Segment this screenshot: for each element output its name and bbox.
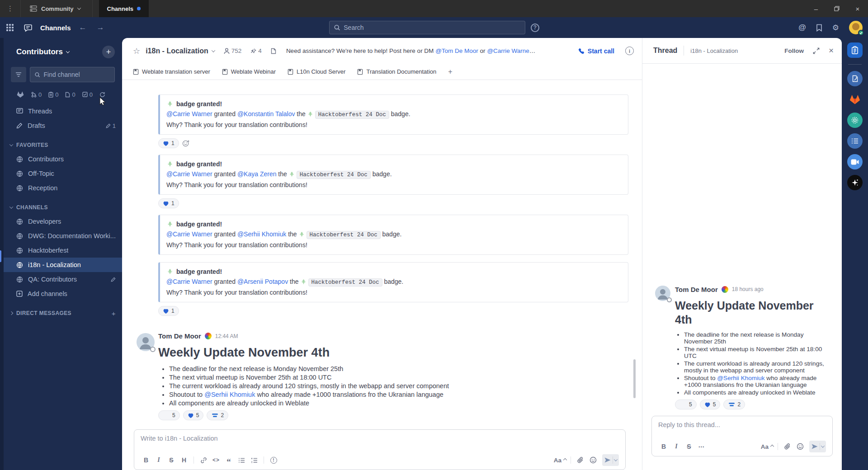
mention-tom-de-moor[interactable]: @Tom De Moor <box>435 47 478 54</box>
thread-channel-name[interactable]: i18n - Localization <box>690 47 738 54</box>
attach-file-icon[interactable] <box>782 441 793 452</box>
filter-button[interactable] <box>11 67 26 82</box>
sidebar-item-hacktoberfest[interactable]: Hacktoberfest <box>4 243 122 258</box>
mention-carrie-warner[interactable]: @Carrie Warner <box>166 170 212 178</box>
priority-button[interactable]: ! <box>268 455 279 465</box>
agenda-list-icon[interactable] <box>847 133 863 149</box>
code-button[interactable]: <> <box>211 455 222 465</box>
heading-button[interactable]: H <box>179 455 189 465</box>
boards-clipboard-icon[interactable] <box>847 42 863 58</box>
channel-info-icon[interactable]: i <box>625 47 634 55</box>
mention-recipient[interactable]: @Serhii Khomiuk <box>237 230 286 238</box>
bookmark-weblate-webinar[interactable]: Weblate Webinar <box>222 68 276 75</box>
mention-carrie-warner[interactable]: @Carrie Warner <box>166 110 212 118</box>
reaction-blue-heart[interactable]: 1 <box>158 198 179 208</box>
formatting-toggle[interactable]: Aa <box>554 457 566 464</box>
history-back-button[interactable]: ← <box>77 23 89 32</box>
quote-button[interactable]: “ <box>223 455 234 465</box>
todos-count[interactable]: 0 <box>48 91 58 98</box>
sidebar-item-add-channels[interactable]: Add channels <box>4 287 122 301</box>
channels-section-header[interactable]: CHANNELS <box>4 201 122 214</box>
add-dm-button[interactable]: + <box>112 310 116 317</box>
history-forward-button[interactable]: → <box>95 23 106 32</box>
find-channel-box[interactable] <box>30 67 115 82</box>
bookmark-weblate-server[interactable]: Weblate translation server <box>133 68 210 75</box>
issues-count[interactable]: 0 <box>65 91 75 98</box>
team-menu[interactable]: Contributors <box>16 47 69 56</box>
bookmark-l10n-cloud-server[interactable]: L10n Cloud Server <box>288 68 345 75</box>
mention-recipient[interactable]: @Kaya Zeren <box>237 170 277 178</box>
strikethrough-button[interactable]: S <box>166 455 177 465</box>
channel-purpose[interactable]: Need assistance? We're here to help! Pos… <box>286 47 537 54</box>
add-channel-button[interactable]: + <box>102 46 115 58</box>
expand-icon[interactable] <box>813 47 820 54</box>
app-menu-button[interactable]: ⋮ <box>0 0 21 17</box>
merge-requests-count[interactable]: 0 <box>31 91 42 98</box>
bold-button[interactable]: B <box>141 455 151 465</box>
emoji-picker-icon[interactable] <box>795 441 806 452</box>
server-selector[interactable]: Community <box>21 0 93 17</box>
mention-serhii-khomiuk[interactable]: @Serhii Khomiuk <box>204 391 255 398</box>
mentions-icon[interactable]: @ <box>798 23 806 32</box>
italic-button[interactable]: I <box>153 455 164 465</box>
weblate-badge-icon[interactable] <box>847 113 863 128</box>
sidebar-item-dwg-documentation[interactable]: DWG: Documentation Worki... <box>4 229 122 243</box>
send-options-chevron[interactable] <box>614 457 618 461</box>
reaction-blue-heart[interactable]: 1 <box>158 306 179 316</box>
sidebar-item-off-topic[interactable]: Off-Topic <box>4 166 122 181</box>
gitlab-icon[interactable] <box>16 91 24 98</box>
settings-gear-icon[interactable]: ⚙ <box>832 23 839 33</box>
pinned-count[interactable]: 4 <box>250 47 262 54</box>
gitlab-icon[interactable] <box>847 92 863 107</box>
sidebar-item-contributors[interactable]: Contributors <box>4 152 122 166</box>
minimize-button[interactable]: – <box>806 0 826 17</box>
sidebar-item-drafts[interactable]: Drafts 1 <box>4 118 122 133</box>
send-icon[interactable] <box>811 443 818 450</box>
scrollbar[interactable] <box>633 359 636 398</box>
members-count[interactable]: 752 <box>224 47 242 54</box>
follow-button[interactable]: Follow <box>784 47 804 54</box>
mention-carrie-warner[interactable]: @Carrie Warner <box>166 230 212 238</box>
link-button[interactable] <box>198 455 209 465</box>
tab-channels[interactable]: Channels <box>99 0 149 17</box>
bulleted-list-button[interactable] <box>236 455 247 465</box>
close-icon[interactable]: × <box>829 46 834 56</box>
sidebar-item-developers[interactable]: Developers <box>4 214 122 229</box>
mention-recipient[interactable]: @Konstantin Talalov <box>237 110 295 118</box>
sidebar-item-i18n-localization[interactable]: i18n - Localization <box>4 258 122 272</box>
emoji-picker-icon[interactable] <box>588 455 599 465</box>
search-box[interactable] <box>329 21 525 34</box>
more-formatting-button[interactable]: ⋯ <box>696 441 707 452</box>
reaction-blue-heart[interactable]: 1 <box>158 138 179 148</box>
product-switcher-icon[interactable] <box>6 24 14 31</box>
reviews-count[interactable]: 0 <box>82 91 93 98</box>
maximize-button[interactable] <box>826 0 847 17</box>
send-options-chevron[interactable] <box>821 444 825 447</box>
user-avatar[interactable] <box>849 21 863 34</box>
channel-title[interactable]: i18n - Localization <box>146 47 215 55</box>
mention-serhii-khomiuk[interactable]: @Serhii Khomiuk <box>717 375 764 381</box>
add-reaction-icon[interactable] <box>182 140 190 147</box>
reaction-thank-you[interactable]: 2 <box>723 400 745 409</box>
playbooks-doc-icon[interactable] <box>847 71 863 86</box>
close-button[interactable]: × <box>847 0 868 17</box>
attach-file-icon[interactable] <box>575 455 586 465</box>
message-composer[interactable]: Write to i18n - Localization B I S H <> … <box>134 429 626 470</box>
channel-files-icon[interactable] <box>271 48 276 54</box>
italic-button[interactable]: I <box>671 441 682 452</box>
thread-reply-composer[interactable]: Reply to this thread... B I S ⋯ Aa <box>651 416 833 456</box>
reaction-flag-ukraine[interactable]: 5 <box>158 410 180 420</box>
favorite-star-icon[interactable]: ☆ <box>133 46 140 56</box>
bold-button[interactable]: B <box>658 441 669 452</box>
message-list[interactable]: badge granted! @Carrie Warner granted @K… <box>122 80 642 425</box>
bookmark-translation-documentation[interactable]: Translation Documentation <box>357 68 436 75</box>
formatting-toggle[interactable]: Aa <box>761 443 774 450</box>
timestamp[interactable]: 12:44 AM <box>215 333 238 339</box>
reaction-flag-ukraine[interactable]: 5 <box>675 400 697 409</box>
saved-posts-icon[interactable] <box>816 24 822 32</box>
add-bookmark-button[interactable]: + <box>448 68 452 76</box>
author-name[interactable]: Tom De Moor <box>675 286 718 293</box>
favorites-section-header[interactable]: FAVORITES <box>4 138 122 152</box>
mention-carrie-warner[interactable]: @Carrie Warner <box>487 47 535 54</box>
sidebar-item-qa-contributors[interactable]: QA: Contributors <box>4 272 122 287</box>
